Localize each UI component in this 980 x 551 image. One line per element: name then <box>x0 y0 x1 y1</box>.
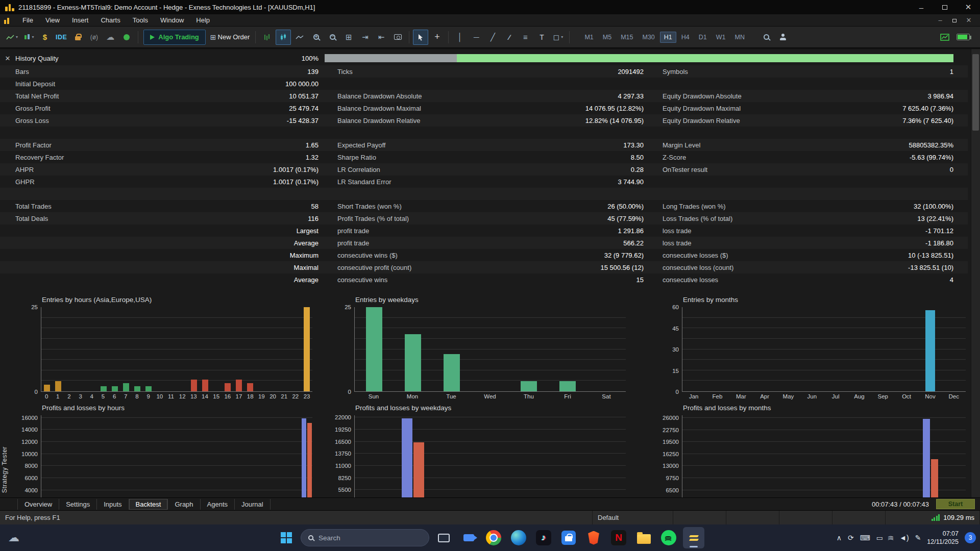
line-chart-tool[interactable] <box>292 30 307 45</box>
tray-display-icon[interactable]: ▭ <box>876 534 883 542</box>
timeframe-H1[interactable]: H1 <box>660 32 676 43</box>
cursor-tool[interactable] <box>413 30 428 45</box>
stat-value: 4 297.33 <box>618 92 644 100</box>
shapes-tool[interactable]: ◻▾ <box>550 30 566 45</box>
brave-icon[interactable] <box>583 527 604 548</box>
community-icon[interactable] <box>119 30 134 45</box>
menu-tools[interactable]: Tools <box>127 15 154 25</box>
cloud-icon[interactable]: ☁ <box>103 30 118 45</box>
algo-trading-button[interactable]: Algo Trading <box>143 30 205 45</box>
menu-help[interactable]: Help <box>190 15 216 25</box>
crosshair-tool[interactable]: + <box>429 30 445 45</box>
auto-scroll-tool[interactable]: ⇤ <box>374 30 389 45</box>
search-icon[interactable] <box>759 30 774 45</box>
menu-charts[interactable]: Charts <box>94 15 126 25</box>
chart-line-style-tool[interactable]: ▾ <box>4 30 20 45</box>
channel-tool[interactable]: ∕∕ <box>501 30 517 45</box>
spotify-icon[interactable]: ((( <box>658 527 679 548</box>
status-profile-selector[interactable]: Default <box>593 511 673 524</box>
timeframe-H4[interactable]: H4 <box>677 32 694 43</box>
child-minimize-button[interactable]: – <box>934 16 946 24</box>
tray-keyboard-icon[interactable]: ⌨ <box>860 534 870 542</box>
timeframe-MN[interactable]: MN <box>731 32 749 43</box>
timeframe-M1[interactable]: M1 <box>580 32 597 43</box>
start-button-windows[interactable] <box>276 527 297 548</box>
tab-backtest[interactable]: Backtest <box>129 499 168 510</box>
bar-chart-tool[interactable] <box>259 30 275 45</box>
folder-icon[interactable] <box>633 527 654 548</box>
chrome-icon[interactable] <box>483 527 504 548</box>
tab-overview[interactable]: Overview <box>17 499 59 510</box>
edge-icon[interactable] <box>508 527 529 548</box>
elapsed-time: 00:07:43 / 00:07:43 <box>872 500 929 508</box>
stat-label: consecutive profit (count) <box>337 264 411 271</box>
menu-view[interactable]: View <box>39 15 66 25</box>
stat-value: 1.65 <box>306 141 318 149</box>
timeframe-M15[interactable]: M15 <box>617 32 637 43</box>
candlestick-chart-tool[interactable] <box>276 30 291 45</box>
metaquotes-id-icon[interactable]: (ø) <box>86 30 102 45</box>
pen-icon[interactable]: ✎ <box>915 534 921 542</box>
menu-window[interactable]: Window <box>154 15 190 25</box>
close-button[interactable]: ✕ <box>957 0 980 14</box>
fibonacci-tool[interactable]: ≡ <box>518 30 533 45</box>
timeframe-M5[interactable]: M5 <box>599 32 616 43</box>
scrollbar-thumb[interactable] <box>972 54 979 131</box>
tray-chevron-up-icon[interactable]: ∧ <box>837 534 842 542</box>
minimize-button[interactable]: – <box>910 0 933 14</box>
stat-label: loss trade <box>663 239 691 247</box>
menu-insert[interactable]: Insert <box>66 15 95 25</box>
taskbar-clock[interactable]: 07:07 12/11/2025 <box>927 530 959 546</box>
weather-icon[interactable]: ☁ <box>8 531 19 544</box>
zoom-in-tool[interactable] <box>308 30 324 45</box>
maximize-button[interactable] <box>933 0 957 14</box>
tab-settings[interactable]: Settings <box>59 499 97 510</box>
scrollbar[interactable] <box>971 49 980 497</box>
screenshot-tool[interactable] <box>390 30 405 45</box>
stat-value: 2091492 <box>618 68 644 76</box>
zoom-out-tool[interactable] <box>325 30 340 45</box>
timeframe-M30[interactable]: M30 <box>638 32 658 43</box>
tray-sync-icon[interactable]: ⟳ <box>848 534 854 542</box>
stat-value: 0.28 <box>631 166 644 173</box>
chart-bar <box>44 385 50 391</box>
new-order-button[interactable]: ⊞ New Order <box>208 30 252 45</box>
tester-close-icon[interactable]: ✕ <box>3 55 12 62</box>
child-restore-button[interactable] <box>948 16 961 24</box>
tab-agents[interactable]: Agents <box>201 499 235 510</box>
tab-graph[interactable]: Graph <box>168 499 200 510</box>
notification-badge[interactable]: 3 <box>965 532 976 543</box>
start-button[interactable]: Start <box>936 499 975 509</box>
tile-windows-tool[interactable]: ⊞ <box>341 30 356 45</box>
wifi-icon[interactable]: ((( <box>888 536 894 540</box>
exness-app-icon[interactable] <box>683 527 704 548</box>
trendline-tool[interactable]: ╱ <box>485 30 500 45</box>
performance-icon[interactable] <box>937 30 952 45</box>
ide-button[interactable]: IDE <box>54 30 69 45</box>
chart-bar <box>101 386 107 391</box>
menu-file[interactable]: File <box>16 15 39 25</box>
tab-inputs[interactable]: Inputs <box>97 499 129 510</box>
lock-icon[interactable] <box>70 30 85 45</box>
tiktok-icon[interactable]: ♪ <box>533 527 554 548</box>
chart-shift-tool[interactable]: ⇥ <box>357 30 373 45</box>
video-app-icon[interactable] <box>458 527 479 548</box>
horizontal-line-tool[interactable]: ─ <box>469 30 484 45</box>
y-tick: 14000 <box>21 427 38 433</box>
store-icon[interactable] <box>558 527 579 548</box>
taskbar-search[interactable]: Search <box>301 529 429 546</box>
tab-journal[interactable]: Journal <box>235 499 271 510</box>
y-tick: 0 <box>676 389 679 395</box>
symbols-dollar-tool[interactable]: $ <box>37 30 53 45</box>
child-close-button[interactable]: ✕ <box>963 16 975 24</box>
volume-icon[interactable]: ◄) <box>899 534 909 542</box>
chart-template-tool[interactable]: ▾ <box>21 30 36 45</box>
stat-label: consecutive wins <box>337 276 387 284</box>
account-icon[interactable] <box>775 30 791 45</box>
timeframe-D1[interactable]: D1 <box>695 32 711 43</box>
netflix-icon[interactable]: N <box>608 527 629 548</box>
app-window-icon[interactable] <box>433 527 454 548</box>
vertical-line-tool[interactable]: │ <box>452 30 468 45</box>
text-tool[interactable]: T <box>534 30 549 45</box>
timeframe-W1[interactable]: W1 <box>712 32 730 43</box>
